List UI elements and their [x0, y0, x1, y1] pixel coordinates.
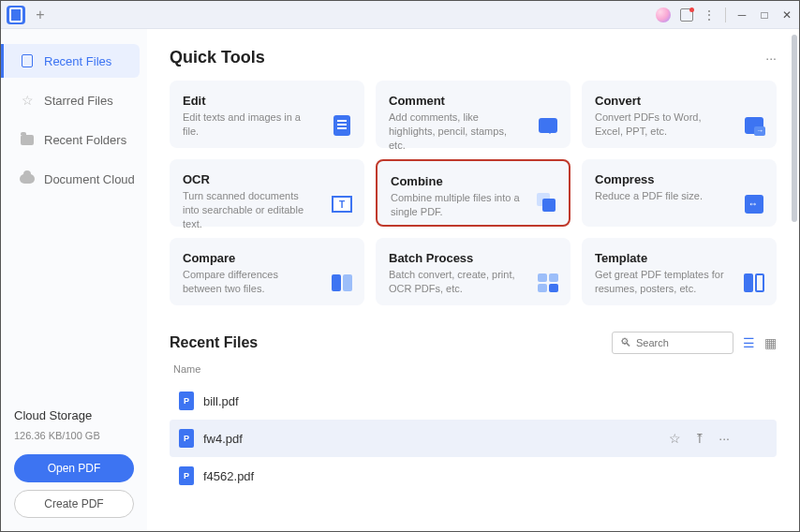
minimize-button[interactable]: ─: [735, 8, 748, 22]
comment-icon: [537, 114, 559, 137]
search-icon: 🔍︎: [620, 336, 631, 349]
file-row[interactable]: fw4.pdf ☆ ⤒ ···: [170, 420, 777, 457]
tool-compare[interactable]: Compare Compare differences between two …: [170, 238, 364, 305]
tool-template[interactable]: Template Get great PDF templates for res…: [582, 238, 777, 305]
tool-desc: Add comments, like highlights, pencil, s…: [389, 111, 522, 153]
scrollbar[interactable]: [792, 29, 797, 531]
sidebar-label: Document Cloud: [44, 172, 135, 186]
recent-files-title: Recent Files: [170, 334, 258, 351]
tool-desc: Turn scanned documents into searchable o…: [183, 189, 316, 231]
tool-desc: Combine multiple files into a single PDF…: [391, 191, 520, 219]
tool-convert[interactable]: Convert Convert PDFs to Word, Excel, PPT…: [582, 81, 777, 148]
maximize-button[interactable]: □: [758, 8, 771, 22]
quick-tools-title: Quick Tools: [170, 48, 265, 67]
tool-title: Compress: [595, 172, 728, 186]
ocr-icon: [331, 193, 353, 215]
cloud-icon: [20, 171, 35, 186]
row-more-button[interactable]: ···: [719, 431, 730, 446]
tool-desc: Convert PDFs to Word, Excel, PPT, etc.: [595, 111, 728, 139]
search-box[interactable]: 🔍︎: [612, 332, 733, 354]
new-tab-button[interactable]: +: [31, 6, 50, 24]
tool-title: Convert: [595, 94, 728, 108]
pdf-file-icon: [179, 466, 194, 485]
close-button[interactable]: ✕: [780, 8, 793, 22]
tool-comment[interactable]: Comment Add comments, like highlights, p…: [376, 81, 570, 148]
tool-title: Compare: [183, 251, 316, 265]
tool-title: Template: [595, 251, 728, 265]
template-icon: [743, 272, 765, 294]
batch-icon: [537, 272, 559, 294]
edit-icon: [331, 114, 353, 137]
tool-title: OCR: [183, 172, 316, 186]
tool-compress[interactable]: Compress Reduce a PDF file size.: [582, 159, 777, 227]
app-window: + ⋮ ─ □ ✕ Recent Files ☆ Starred Files R…: [0, 0, 800, 532]
tool-title: Batch Process: [389, 251, 522, 265]
sidebar-label: Recent Folders: [44, 133, 126, 147]
assistant-orb-icon[interactable]: [656, 7, 671, 22]
sidebar-label: Recent Files: [44, 54, 111, 68]
tool-title: Combine: [391, 174, 520, 188]
search-input[interactable]: [636, 337, 725, 348]
tool-title: Comment: [389, 94, 522, 108]
sidebar-item-document-cloud[interactable]: Document Cloud: [1, 162, 147, 196]
star-button[interactable]: ☆: [669, 431, 681, 446]
file-name: fw4.pdf: [203, 432, 243, 446]
column-header-name: Name: [170, 363, 777, 375]
tool-batch-process[interactable]: Batch Process Batch convert, create, pri…: [376, 238, 570, 305]
tool-desc: Edit texts and images in a file.: [183, 111, 316, 139]
file-name: bill.pdf: [203, 394, 239, 408]
sidebar-footer: Cloud Storage 126.36 KB/100 GB Open PDF …: [1, 395, 147, 531]
file-name: f4562.pdf: [203, 469, 254, 483]
star-icon: ☆: [20, 93, 35, 108]
tool-combine[interactable]: Combine Combine multiple files into a si…: [376, 159, 570, 227]
tool-title: Edit: [183, 94, 316, 108]
sidebar-item-starred-files[interactable]: ☆ Starred Files: [1, 83, 147, 117]
cloud-storage-usage: 126.36 KB/100 GB: [14, 430, 134, 441]
tools-grid: Edit Edit texts and images in a file. Co…: [170, 81, 777, 305]
feedback-icon[interactable]: [680, 8, 693, 22]
grid-view-button[interactable]: ▦: [764, 335, 777, 350]
sidebar-item-recent-files[interactable]: Recent Files: [1, 44, 140, 78]
tool-desc: Batch convert, create, print, OCR PDFs, …: [389, 268, 522, 296]
tool-ocr[interactable]: OCR Turn scanned documents into searchab…: [170, 159, 364, 227]
divider: [725, 7, 726, 22]
sidebar: Recent Files ☆ Starred Files Recent Fold…: [1, 29, 147, 531]
compress-icon: [743, 193, 765, 215]
open-pdf-button[interactable]: Open PDF: [14, 454, 134, 482]
file-row[interactable]: bill.pdf: [170, 382, 777, 420]
file-icon: [20, 53, 35, 68]
titlebar-more-button[interactable]: ⋮: [703, 7, 716, 22]
tool-desc: Reduce a PDF file size.: [595, 189, 728, 203]
pdf-file-icon: [179, 392, 194, 410]
tool-edit[interactable]: Edit Edit texts and images in a file.: [170, 81, 364, 148]
titlebar: + ⋮ ─ □ ✕: [1, 1, 799, 29]
pdf-file-icon: [179, 429, 194, 448]
file-row[interactable]: f4562.pdf: [170, 457, 777, 495]
compare-icon: [331, 272, 353, 294]
pin-button[interactable]: ⤒: [694, 431, 705, 446]
convert-icon: [743, 114, 765, 137]
combine-icon: [535, 191, 557, 214]
tool-desc: Get great PDF templates for resumes, pos…: [595, 268, 728, 296]
list-view-button[interactable]: ☰: [743, 335, 755, 350]
sidebar-label: Starred Files: [44, 94, 113, 108]
cloud-storage-title: Cloud Storage: [14, 408, 134, 422]
quick-tools-more-button[interactable]: ···: [765, 51, 777, 66]
create-pdf-button[interactable]: Create PDF: [14, 490, 134, 518]
folder-icon: [20, 132, 35, 147]
main-content: Quick Tools ··· Edit Edit texts and imag…: [147, 29, 799, 531]
tool-desc: Compare differences between two files.: [183, 268, 316, 296]
sidebar-item-recent-folders[interactable]: Recent Folders: [1, 123, 147, 156]
app-logo-icon: [7, 6, 25, 24]
scrollbar-thumb[interactable]: [792, 35, 797, 222]
